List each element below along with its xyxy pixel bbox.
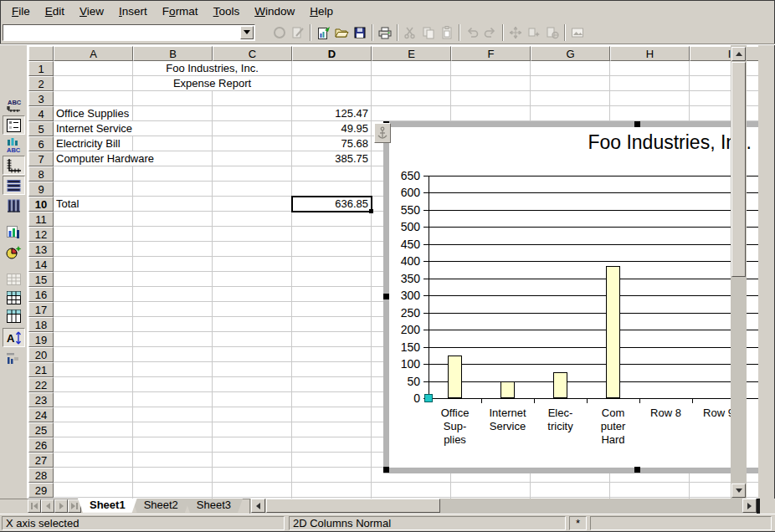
chart-type-icon[interactable]: [3, 223, 25, 242]
column-header[interactable]: E: [372, 46, 451, 61]
menu-item[interactable]: Tools: [206, 3, 248, 19]
row-header[interactable]: 7: [28, 151, 54, 166]
row-header[interactable]: 26: [28, 437, 54, 453]
y-axis[interactable]: [429, 176, 429, 399]
sheet-tab[interactable]: Sheet3: [185, 499, 243, 513]
row-header[interactable]: 11: [28, 212, 54, 227]
object-selection-handle[interactable]: [634, 467, 640, 473]
scroll-down-button[interactable]: [731, 483, 746, 498]
horizontal-scrollbar[interactable]: [249, 499, 759, 514]
column-header[interactable]: F: [451, 46, 531, 61]
copy-icon[interactable]: [419, 23, 438, 42]
row-header[interactable]: 14: [28, 257, 54, 272]
cut-icon[interactable]: [401, 23, 419, 42]
object-selection-handle[interactable]: [634, 121, 640, 127]
sheet-cell[interactable]: 49.95: [292, 121, 371, 136]
autoformat-chart-icon[interactable]: [3, 243, 25, 262]
sheet-cell[interactable]: Office Supplies: [54, 106, 132, 120]
menu-item[interactable]: Help: [302, 3, 341, 19]
redo-icon[interactable]: [481, 23, 500, 42]
next-sheet-button[interactable]: [54, 499, 68, 513]
stylist-icon[interactable]: [525, 23, 543, 42]
print-icon[interactable]: [376, 23, 394, 42]
axes-onoff-icon[interactable]: [3, 156, 25, 175]
row-header[interactable]: 13: [28, 242, 54, 257]
first-sheet-button[interactable]: [28, 499, 41, 513]
chart-bar[interactable]: [606, 266, 620, 398]
chart-bar[interactable]: [553, 372, 567, 398]
data-in-columns-icon[interactable]: [3, 306, 25, 325]
column-header[interactable]: H: [610, 46, 690, 61]
paste-icon[interactable]: [438, 23, 456, 42]
sheet-cell[interactable]: 385.75: [292, 151, 371, 166]
row-header[interactable]: 20: [28, 347, 54, 362]
row-header[interactable]: 1: [28, 61, 54, 76]
save-icon[interactable]: [351, 23, 369, 42]
stop-icon[interactable]: [270, 23, 289, 42]
undo-icon[interactable]: [463, 23, 481, 42]
url-dropdown-button[interactable]: [240, 26, 254, 39]
sheet-cell[interactable]: 75.68: [292, 136, 371, 151]
vertical-scrollbar[interactable]: [731, 45, 758, 499]
row-header[interactable]: 2: [28, 76, 54, 91]
scrollbar-split-box[interactable]: [757, 499, 760, 514]
row-header[interactable]: 21: [28, 362, 54, 377]
row-header[interactable]: 17: [28, 302, 54, 317]
row-header[interactable]: 8: [28, 166, 54, 182]
chart-object[interactable]: Foo Industries, Inc. 0501001502002503003…: [383, 121, 758, 473]
previous-sheet-button[interactable]: [41, 499, 54, 513]
data-in-rows-icon[interactable]: [3, 288, 25, 307]
row-header[interactable]: 24: [28, 407, 54, 422]
gallery-icon[interactable]: [568, 23, 587, 42]
object-selection-handle[interactable]: [383, 467, 389, 473]
hyperlink-icon[interactable]: [543, 23, 562, 42]
column-header[interactable]: G: [531, 46, 610, 61]
hscroll-thumb[interactable]: [266, 499, 440, 513]
row-header[interactable]: 4: [28, 106, 54, 121]
column-header[interactable]: D: [292, 46, 372, 61]
new-document-icon[interactable]: [314, 23, 332, 42]
menu-item[interactable]: Insert: [111, 3, 155, 19]
row-header[interactable]: 18: [28, 317, 54, 332]
row-header[interactable]: 12: [28, 227, 54, 242]
menu-item[interactable]: File: [4, 3, 38, 19]
vscroll-thumb[interactable]: [731, 62, 746, 277]
row-header[interactable]: 22: [28, 377, 54, 392]
row-header[interactable]: 3: [28, 91, 54, 106]
sheet-cell[interactable]: Total: [54, 197, 132, 211]
column-header[interactable]: A: [54, 46, 133, 61]
chart-bar[interactable]: [500, 381, 515, 398]
sheet-cell[interactable]: 125.47: [292, 106, 371, 120]
row-header[interactable]: 15: [28, 272, 54, 287]
sheet-cell[interactable]: Computer Hardware: [54, 151, 157, 166]
sheet-cell[interactable]: Internet Service: [54, 121, 135, 136]
row-header[interactable]: 29: [28, 483, 54, 498]
sheet-tab[interactable]: Sheet2: [132, 499, 190, 513]
url-input[interactable]: [3, 25, 239, 40]
scroll-up-button[interactable]: [731, 47, 746, 61]
scale-text-icon[interactable]: A: [3, 328, 25, 347]
chart-anchor-icon[interactable]: [374, 123, 391, 143]
row-header[interactable]: 25: [28, 422, 54, 437]
column-header[interactable]: B: [133, 46, 213, 61]
sheet-tab[interactable]: Sheet1: [78, 499, 137, 513]
row-header[interactable]: 28: [28, 468, 54, 483]
row-header[interactable]: 6: [28, 136, 54, 151]
row-header[interactable]: 9: [28, 182, 54, 197]
selected-cell-border[interactable]: [291, 196, 372, 212]
row-header[interactable]: 10: [28, 197, 54, 212]
axes-title-onoff-icon[interactable]: ABC: [3, 136, 25, 155]
sheet-cell[interactable]: Expense Report: [133, 76, 291, 90]
menu-item[interactable]: Window: [247, 3, 302, 19]
row-header[interactable]: 16: [28, 287, 54, 302]
selection-fill-handle[interactable]: [369, 209, 373, 213]
row-header[interactable]: 23: [28, 392, 54, 407]
row-header[interactable]: 5: [28, 121, 54, 136]
menu-item[interactable]: View: [72, 3, 111, 19]
chart-bar[interactable]: [448, 356, 462, 398]
column-header[interactable]: C: [213, 46, 292, 61]
row-header[interactable]: 19: [28, 332, 54, 347]
x-axis-selection-handle[interactable]: [424, 394, 433, 402]
open-icon[interactable]: [332, 23, 351, 42]
reorganize-chart-icon[interactable]: [3, 348, 25, 367]
